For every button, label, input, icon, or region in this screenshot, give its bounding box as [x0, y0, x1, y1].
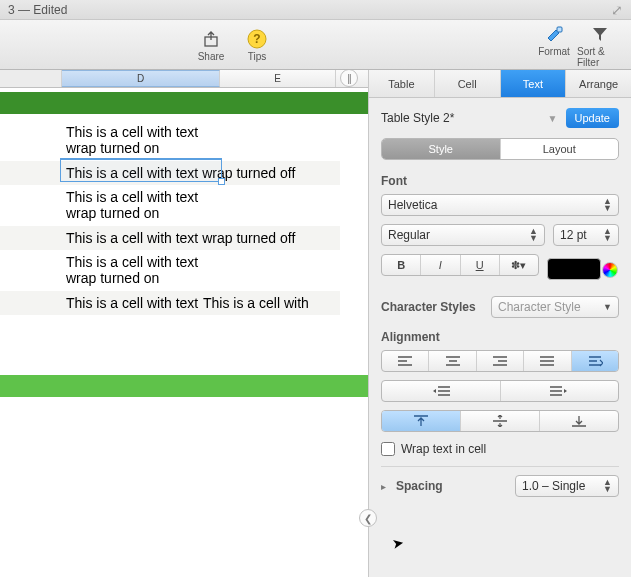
align-right-button[interactable] [476, 351, 523, 371]
tab-arrange[interactable]: Arrange [565, 70, 631, 97]
increase-indent-button[interactable] [500, 381, 619, 401]
segment-style[interactable]: Style [382, 139, 500, 159]
valign-middle-button[interactable] [460, 411, 539, 431]
header-band [0, 92, 368, 114]
underline-button[interactable]: U [460, 255, 499, 275]
align-left-button[interactable] [382, 351, 428, 371]
italic-button[interactable]: I [420, 255, 459, 275]
table-row[interactable]: This is a cell with text wrap turned off [0, 226, 340, 250]
window-minimize-icon[interactable]: ⤢ [611, 2, 623, 18]
align-auto-button[interactable] [571, 351, 618, 371]
format-button[interactable]: Format [531, 22, 577, 68]
window-titlebar: 3 — Edited ⤢ [0, 0, 631, 20]
table-row[interactable]: This is a cell with text wrap turned on [0, 120, 340, 161]
tab-text[interactable]: Text [500, 70, 566, 97]
toolbar: Share ? Tips Format Sort & Filter [0, 20, 631, 70]
align-justify-button[interactable] [523, 351, 570, 371]
font-family-select[interactable]: Helvetica ▲▼ [381, 194, 619, 216]
table-row[interactable]: This is a cell with text This is a cell … [0, 291, 340, 315]
style-layout-segment: Style Layout [381, 138, 619, 160]
wrap-text-row: Wrap text in cell [381, 442, 619, 456]
character-styles-label: Character Styles [381, 300, 476, 314]
chevron-down-icon: ▼ [603, 304, 612, 311]
share-button[interactable]: Share [188, 27, 234, 62]
tips-label: Tips [248, 51, 267, 62]
text-color-swatch[interactable] [547, 258, 601, 280]
tab-cell[interactable]: Cell [434, 70, 500, 97]
column-header-d[interactable]: D [62, 70, 220, 87]
add-column-handle[interactable]: ‖ [340, 70, 358, 87]
table-row[interactable]: This is a cell with text wrap turned on [0, 250, 340, 291]
disclosure-triangle-icon[interactable]: ▸ [381, 481, 386, 492]
tab-table[interactable]: Table [369, 70, 434, 97]
format-label: Format [538, 46, 570, 57]
font-section-label: Font [381, 174, 619, 188]
spacing-label: Spacing [396, 479, 443, 493]
gear-icon: ✽▾ [511, 259, 526, 272]
cursor-icon: ➤ [391, 534, 406, 552]
updown-icon: ▲▼ [603, 479, 612, 493]
spacing-row: ▸ Spacing 1.0 – Single ▲▼ [381, 466, 619, 497]
svg-text:?: ? [253, 32, 260, 46]
bold-button[interactable]: B [382, 255, 420, 275]
valign-top-button[interactable] [382, 411, 460, 431]
share-label: Share [198, 51, 225, 62]
sort-filter-label: Sort & Filter [577, 46, 623, 68]
format-icon [544, 22, 564, 46]
indent-buttons [381, 380, 619, 402]
footer-band [0, 375, 368, 397]
share-icon [202, 27, 220, 51]
tips-button[interactable]: ? Tips [234, 27, 280, 62]
filter-icon [591, 22, 609, 46]
column-header-blank[interactable] [0, 70, 62, 87]
inspector-tabs: Table Cell Text Arrange [369, 70, 631, 98]
column-headers: D E ‖ [0, 70, 368, 88]
update-style-button[interactable]: Update [566, 108, 619, 128]
align-center-button[interactable] [428, 351, 475, 371]
updown-icon: ▲▼ [603, 198, 612, 212]
character-style-select[interactable]: Character Style ▼ [491, 296, 619, 318]
decrease-indent-button[interactable] [382, 381, 500, 401]
table-row[interactable]: This is a cell with text wrap turned off [0, 161, 340, 185]
wrap-text-checkbox[interactable] [381, 442, 395, 456]
spreadsheet-area[interactable]: D E ‖ This is a cell with text wrap turn… [0, 70, 368, 577]
style-dropdown-icon[interactable]: ▼ [548, 113, 558, 124]
tips-icon: ? [247, 27, 267, 51]
wrap-text-label: Wrap text in cell [401, 442, 486, 456]
spacing-select[interactable]: 1.0 – Single ▲▼ [515, 475, 619, 497]
inspector-panel: Table Cell Text Arrange Table Style 2* ▼… [368, 70, 631, 577]
vertical-align-buttons [381, 410, 619, 432]
sort-filter-button[interactable]: Sort & Filter [577, 22, 623, 68]
segment-layout[interactable]: Layout [500, 139, 619, 159]
alignment-section-label: Alignment [381, 330, 619, 344]
updown-icon: ▲▼ [529, 228, 538, 242]
table-row[interactable]: This is a cell with text wrap turned on [0, 185, 340, 226]
table-style-name[interactable]: Table Style 2* [381, 111, 454, 125]
font-size-select[interactable]: 12 pt ▲▼ [553, 224, 619, 246]
collapse-inspector-handle[interactable]: ❮ [359, 509, 377, 527]
table-style-row: Table Style 2* ▼ Update [381, 108, 619, 128]
column-header-e[interactable]: E [220, 70, 336, 87]
font-style-buttons: B I U ✽▾ [381, 254, 539, 276]
svg-rect-3 [557, 27, 562, 32]
valign-bottom-button[interactable] [539, 411, 618, 431]
font-options-button[interactable]: ✽▾ [499, 255, 538, 275]
updown-icon: ▲▼ [603, 228, 612, 242]
font-weight-select[interactable]: Regular ▲▼ [381, 224, 545, 246]
horizontal-align-buttons [381, 350, 619, 372]
window-title: 3 — Edited [8, 3, 67, 17]
